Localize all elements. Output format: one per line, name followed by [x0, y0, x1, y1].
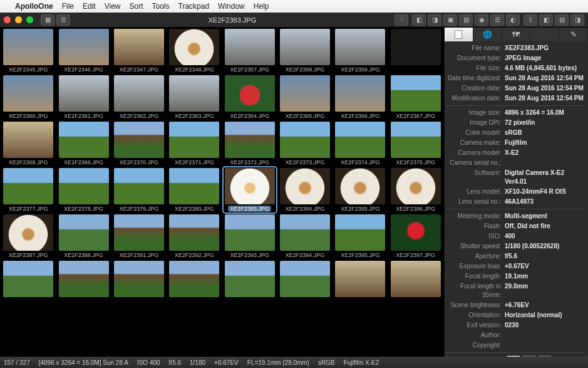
thumbnail-image[interactable]	[3, 75, 53, 112]
thumbnail-item[interactable]: XE2F2367.JPG	[390, 75, 441, 119]
thumbnail-item[interactable]: XE2F2375.JPG	[390, 122, 441, 166]
thumbnail-item[interactable]: XE2F2371.JPG	[168, 122, 220, 166]
thumbnail-image[interactable]	[335, 214, 385, 251]
thumbnail-item[interactable]: XE2F2380.JPG	[168, 168, 220, 212]
thumbnail-item[interactable]: XE2F2348.JPG	[168, 29, 220, 73]
thumbnail-item[interactable]	[279, 261, 331, 298]
menu-tools[interactable]: Tools	[152, 2, 170, 11]
thumbnail-item[interactable]	[113, 261, 165, 298]
thumbnail-item[interactable]: XE2F2369.JPG	[58, 122, 109, 166]
thumbnail-item[interactable]: XE2F2392.JPG	[168, 214, 220, 258]
thumbnail-image[interactable]	[335, 261, 385, 297]
thumbnail-image[interactable]	[335, 29, 385, 65]
histogram-mode-button[interactable]: Off	[507, 355, 520, 357]
thumbnail-item[interactable]: XE2F2386.JPG	[390, 168, 441, 212]
menu-help[interactable]: Help	[254, 2, 269, 11]
thumbnail-image[interactable]	[169, 122, 219, 158]
thumbnail-image[interactable]	[59, 168, 109, 204]
thumbnail-image[interactable]	[3, 214, 53, 251]
thumbnail-image[interactable]	[3, 29, 53, 65]
close-button[interactable]	[4, 16, 11, 23]
thumbnail-item[interactable]	[390, 29, 441, 73]
thumbnail-image[interactable]	[3, 168, 53, 204]
thumbnail-item[interactable]: XE2F2374.JPG	[334, 122, 386, 166]
histogram-mode-button[interactable]: ▲	[522, 355, 536, 357]
thumbnail-image[interactable]	[169, 29, 219, 65]
app-name[interactable]: ApolloOne	[15, 2, 53, 11]
thumbnail-image[interactable]	[335, 122, 385, 158]
thumbnail-image[interactable]	[280, 261, 330, 297]
view-list-button[interactable]: ☰	[56, 14, 70, 26]
inspector-tab-map[interactable]: 🗺	[502, 28, 531, 41]
thumbnail-image[interactable]	[59, 75, 109, 112]
thumbnail-item[interactable]: XE2F2387.JPG	[3, 214, 54, 258]
thumbnail-image[interactable]	[114, 261, 164, 297]
inspector-tab-gps[interactable]: 🌐	[473, 28, 502, 41]
menu-edit[interactable]: Edit	[83, 2, 96, 11]
thumbnail-item[interactable]: XE2F2365.JPG	[279, 75, 331, 119]
thumbnail-image[interactable]	[114, 75, 164, 112]
inspector-tab-blank[interactable]	[530, 28, 559, 41]
tool-button-5[interactable]: ◉	[475, 14, 488, 26]
thumbnail-item[interactable]	[3, 261, 54, 298]
thumbnail-item[interactable]	[168, 261, 220, 298]
histogram-mode-button[interactable]: ▲	[538, 355, 552, 357]
tool-button-4[interactable]: ▤	[459, 14, 473, 26]
thumbnail-image[interactable]	[114, 214, 164, 251]
thumbnail-item[interactable]: XE2F2388.JPG	[58, 214, 109, 258]
thumbnail-image[interactable]	[169, 75, 219, 112]
thumbnail-item[interactable]: XE2F2378.JPG	[58, 168, 109, 212]
tool-button-6[interactable]: ☰	[490, 14, 504, 26]
thumbnail-item[interactable]: XE2F2358.JPG	[279, 29, 331, 73]
thumbnail-image[interactable]	[280, 214, 330, 251]
panel-right-icon[interactable]: ◨	[570, 14, 584, 26]
thumbnail-image[interactable]	[225, 214, 275, 251]
inspector-tab-info[interactable]	[445, 28, 473, 41]
thumbnail-item[interactable]: XE2F2393.JPG	[224, 214, 276, 258]
thumbnail-image[interactable]	[225, 122, 275, 158]
thumbnail-image[interactable]	[280, 75, 330, 112]
inspector-tab-edit[interactable]: ✎	[559, 28, 588, 41]
share-icon[interactable]: ⇪	[524, 14, 537, 26]
thumbnail-image[interactable]	[59, 214, 109, 251]
thumbnail-item[interactable]: XE2F2366.JPG	[334, 75, 386, 119]
thumbnail-image[interactable]	[114, 29, 164, 65]
thumbnail-item[interactable]	[390, 261, 441, 298]
thumbnail-image[interactable]	[114, 122, 164, 158]
menu-trackpad[interactable]: Trackpad	[178, 2, 210, 11]
thumbnail-item[interactable]: XE2F2359.JPG	[334, 29, 386, 73]
thumbnail-item[interactable]: XE2F2397.JPG	[390, 214, 441, 258]
thumbnail-image[interactable]	[225, 29, 275, 65]
thumbnail-item[interactable]: XE2F2377.JPG	[3, 168, 54, 212]
menu-sort[interactable]: Sort	[130, 2, 143, 11]
thumbnail-image[interactable]	[225, 261, 275, 297]
menu-window[interactable]: Window	[218, 2, 245, 11]
thumbnail-image[interactable]	[391, 168, 441, 204]
thumbnail-browser[interactable]: XE2F2345.JPGXE2F2346.JPGXE2F2347.JPGXE2F…	[0, 28, 444, 357]
thumbnail-image[interactable]	[335, 168, 385, 204]
thumbnail-item[interactable]: XE2F2391.JPG	[113, 214, 165, 258]
thumbnail-image[interactable]	[59, 261, 109, 297]
thumbnail-image[interactable]	[280, 122, 330, 158]
thumbnail-item[interactable]: XE2F2364.JPG	[224, 75, 276, 119]
thumbnail-item[interactable]: XE2F2373.JPG	[279, 122, 331, 166]
tool-button-3[interactable]: ▣	[443, 14, 457, 26]
thumbnail-image[interactable]	[391, 29, 441, 65]
view-thumbnails-button[interactable]: ▦	[41, 14, 54, 26]
thumbnail-item[interactable]: XE2F2362.JPG	[113, 75, 165, 119]
thumbnail-item[interactable]: XE2F2345.JPG	[3, 29, 54, 73]
thumbnail-item[interactable]: XE2F2385.JPG	[334, 168, 386, 212]
thumbnail-image[interactable]	[225, 168, 275, 204]
maximize-button[interactable]	[26, 16, 33, 23]
thumbnail-image[interactable]	[3, 122, 53, 158]
tool-button-2[interactable]: ◨	[428, 14, 441, 26]
minimize-button[interactable]	[15, 16, 22, 23]
thumbnail-item[interactable]: XE2F2368.JPG	[3, 122, 54, 166]
thumbnail-image[interactable]	[3, 261, 53, 297]
thumbnail-image[interactable]	[59, 122, 109, 158]
thumbnail-item[interactable]: XE2F2394.JPG	[279, 214, 331, 258]
thumbnail-image[interactable]	[169, 214, 219, 251]
thumbnail-item[interactable]	[224, 261, 276, 298]
panel-left-icon[interactable]: ◧	[539, 14, 553, 26]
thumbnail-item[interactable]: XE2F2383.JPG	[224, 168, 276, 212]
